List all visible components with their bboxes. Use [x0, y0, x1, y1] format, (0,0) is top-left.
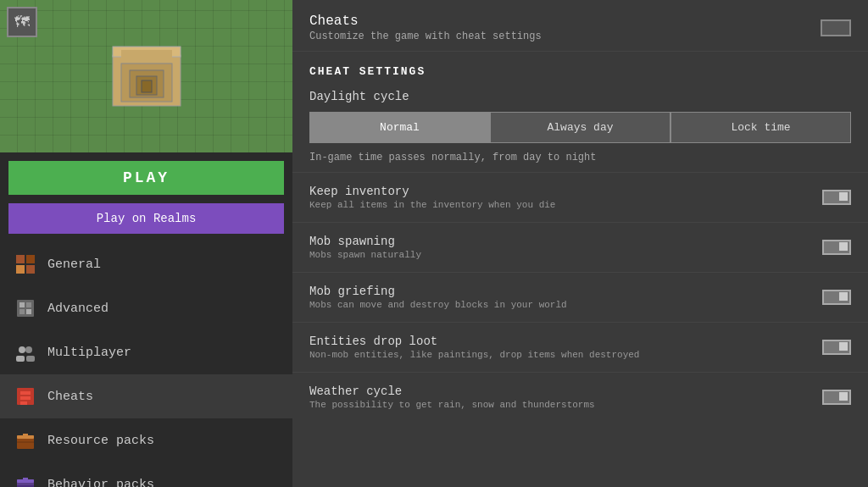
multiplayer-label: Multiplayer — [47, 346, 131, 360]
mob-spawning-row: Mob spawning Mobs spawn naturally — [292, 222, 868, 272]
mob-spawning-name: Mob spawning — [309, 235, 421, 248]
general-icon — [14, 252, 37, 276]
cheats-master-toggle[interactable] — [821, 19, 851, 36]
world-preview: 🗺 — [0, 0, 292, 152]
weather-cycle-row: Weather cycle The possibility to get rai… — [292, 372, 868, 422]
svg-rect-15 — [26, 309, 31, 314]
cheats-icon — [14, 385, 37, 408]
keep-inventory-desc: Keep all items in the inventory when you… — [309, 200, 555, 210]
svg-rect-21 — [20, 391, 31, 395]
keep-inventory-toggle[interactable] — [822, 190, 851, 205]
daylight-cycle-buttons: Normal Always day Lock time — [309, 112, 851, 143]
keep-inventory-row: Keep inventory Keep all items in the inv… — [292, 172, 868, 222]
svg-rect-9 — [16, 265, 25, 274]
play-button[interactable]: PLAY — [8, 161, 284, 195]
svg-point-16 — [19, 346, 25, 353]
behavior-packs-label: Behavior packs — [47, 478, 154, 488]
daylight-cycle-info: In-game time passes normally, from day t… — [292, 148, 868, 172]
entities-drop-loot-desc: Non-mob entities, like paintings, drop i… — [309, 350, 639, 360]
weather-cycle-toggle[interactable] — [822, 390, 851, 405]
svg-rect-10 — [26, 265, 35, 274]
resource-packs-label: Resource packs — [47, 434, 154, 448]
svg-rect-23 — [20, 401, 27, 405]
mob-spawning-toggle[interactable] — [822, 240, 851, 255]
entities-drop-loot-toggle[interactable] — [822, 340, 851, 355]
cheats-title: Cheats — [309, 14, 542, 29]
svg-rect-22 — [20, 396, 31, 400]
behavior-packs-icon — [14, 473, 37, 487]
sidebar-item-multiplayer[interactable]: Multiplayer — [0, 330, 292, 374]
svg-rect-14 — [19, 309, 25, 314]
svg-rect-12 — [19, 302, 25, 307]
cheat-settings-section-label: CHEAT SETTINGS — [292, 52, 868, 85]
mob-griefing-name: Mob griefing — [309, 285, 567, 298]
general-label: General — [47, 257, 101, 272]
sidebar-item-behavior-packs[interactable]: Behavior packs — [0, 462, 292, 487]
world-thumbnail — [104, 38, 189, 114]
mob-griefing-desc: Mobs can move and destroy blocks in your… — [309, 300, 567, 310]
mob-spawning-desc: Mobs spawn naturally — [309, 250, 421, 260]
sidebar-item-general[interactable]: General — [0, 242, 292, 286]
world-icon: 🗺 — [7, 7, 37, 37]
svg-point-17 — [25, 346, 32, 353]
svg-rect-4 — [142, 80, 152, 92]
svg-rect-6 — [121, 50, 172, 58]
nav-items: General Advanced Multiplayer — [0, 242, 292, 487]
svg-rect-30 — [23, 478, 28, 481]
cheats-description: Customize the game with cheat settings — [309, 30, 542, 42]
sidebar-item-advanced[interactable]: Advanced — [0, 286, 292, 330]
entities-drop-loot-name: Entities drop loot — [309, 335, 639, 348]
cheats-label: Cheats — [47, 390, 93, 404]
play-on-realms-button[interactable]: Play on Realms — [8, 203, 284, 234]
cheats-section-header: Cheats Customize the game with cheat set… — [292, 0, 868, 52]
mob-griefing-toggle[interactable] — [822, 290, 851, 305]
daylight-lock-time-button[interactable]: Lock time — [670, 112, 851, 143]
entities-drop-loot-row: Entities drop loot Non-mob entities, lik… — [292, 322, 868, 372]
cheats-header-text: Cheats Customize the game with cheat set… — [309, 14, 542, 42]
sidebar-item-resource-packs[interactable]: Resource packs — [0, 418, 292, 462]
daylight-always-day-button[interactable]: Always day — [490, 112, 670, 143]
svg-rect-18 — [16, 356, 25, 362]
advanced-label: Advanced — [47, 302, 108, 316]
daylight-normal-button[interactable]: Normal — [309, 112, 490, 143]
mob-griefing-row: Mob griefing Mobs can move and destroy b… — [292, 272, 868, 322]
resource-packs-icon — [14, 429, 37, 452]
weather-cycle-name: Weather cycle — [309, 385, 595, 398]
svg-rect-7 — [16, 255, 25, 263]
weather-cycle-desc: The possibility to get rain, snow and th… — [309, 400, 595, 410]
svg-rect-19 — [26, 356, 35, 362]
multiplayer-icon — [14, 340, 37, 364]
keep-inventory-name: Keep inventory — [309, 185, 555, 198]
svg-rect-26 — [23, 434, 28, 437]
sidebar-item-cheats[interactable]: Cheats — [0, 374, 292, 418]
daylight-cycle-label: Daylight cycle — [292, 85, 868, 112]
svg-rect-13 — [26, 302, 31, 307]
advanced-icon — [14, 296, 37, 320]
svg-rect-8 — [26, 255, 35, 263]
left-panel: 🗺 PLAY Play on Realms General — [0, 0, 292, 487]
right-panel: Cheats Customize the game with cheat set… — [292, 0, 868, 487]
